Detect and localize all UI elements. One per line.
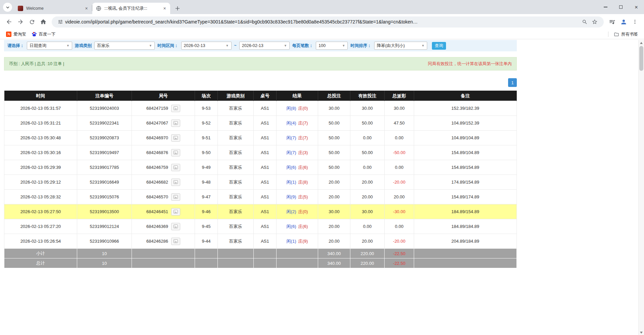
cell-game-type: 百家乐 [218, 234, 254, 249]
video-replay-button[interactable] [171, 119, 180, 127]
tab-close-icon[interactable]: × [84, 6, 89, 11]
total-count: 10 [77, 258, 132, 268]
video-replay-button[interactable] [171, 179, 180, 186]
all-bookmarks-button[interactable]: 所有书签 [611, 31, 641, 38]
col-header-valid-bet: 有效投注 [350, 91, 385, 101]
page-content: 请选择： 日期查询▼ 游戏类别 百家乐▼ 时间区间： 2026-02-13▼ ~… [0, 40, 644, 335]
sort-select[interactable]: 降幂(由大到小)▼ [374, 42, 427, 50]
col-header-session: 场次 [195, 91, 218, 101]
summary-bar: 币别 : 人民币 | 总共 :10 注单 | 同局有效投注，统一计算在该局第一张… [4, 57, 517, 70]
tab-betrecord[interactable]: :::视讯, 会员下注纪录::: × [92, 3, 170, 14]
banker-result: 庄(0) [298, 105, 308, 111]
back-button[interactable] [3, 16, 15, 28]
video-replay-button[interactable] [171, 149, 180, 156]
cell-session: 9-51 [195, 131, 218, 145]
browser-menu-button[interactable] [629, 16, 641, 28]
profile-avatar[interactable] [618, 16, 629, 28]
banker-result: 庄(5) [298, 194, 308, 200]
tab-search-button[interactable] [3, 3, 12, 12]
maximize-button[interactable] [613, 0, 629, 14]
date-to-input[interactable]: 2026-02-13▼ [239, 42, 290, 50]
banker-result: 庄(6) [298, 164, 308, 171]
player-result: 闲(6) [287, 224, 296, 230]
cell-session: 9-44 [195, 234, 218, 249]
video-replay-button[interactable] [171, 238, 180, 245]
cell-bet-id: 523199017785 [77, 160, 132, 175]
cell-result: 闲(7)庄(7) [277, 131, 318, 145]
chevron-down-icon: ▼ [342, 44, 345, 47]
bookmark-baidu[interactable]: 百度一下 [29, 31, 58, 38]
scrollbar-thumb[interactable] [639, 46, 643, 71]
bookmark-star-icon[interactable] [590, 19, 600, 25]
video-replay-icon [173, 165, 178, 170]
banker-result: 庄(9) [298, 238, 308, 244]
cell-valid-bet: 0.00 [350, 219, 385, 234]
page-size-select[interactable]: 100▼ [316, 42, 348, 50]
back-arrow-icon [6, 18, 12, 25]
table-body: 2026-02-13 05:31:57 523199024003 6842471… [4, 101, 517, 249]
col-header-result: 结果 [277, 91, 318, 101]
cell-round: 684246876 [132, 145, 195, 160]
cell-game-type: 百家乐 [218, 160, 254, 175]
video-replay-button[interactable] [171, 208, 180, 216]
address-bar[interactable]: videoie.com/ipl/portal.php/game/betrecor… [52, 16, 604, 28]
cell-game-type: 百家乐 [218, 190, 254, 204]
video-replay-button[interactable] [171, 193, 180, 201]
bookmark-taobao[interactable]: 淘 爱淘宝 [3, 31, 29, 38]
page-button-1[interactable]: 1 [508, 78, 517, 87]
cell-session: 9-50 [195, 145, 218, 160]
table-header-row: 时间 注单编号 局号 场次 游戏类别 桌号 结果 总投注 有效投注 总派彩 备注 [4, 91, 517, 101]
query-type-select[interactable]: 日期查询▼ [27, 42, 72, 50]
video-replay-icon [173, 195, 178, 199]
banker-result: 庄(0) [298, 209, 308, 215]
video-replay-button[interactable] [171, 164, 180, 171]
scroll-down-icon[interactable] [640, 332, 643, 334]
tab-close-icon[interactable]: × [162, 6, 167, 11]
query-type-value: 日期查询 [30, 43, 46, 49]
round-number: 684246286 [146, 239, 168, 244]
new-tab-button[interactable] [173, 4, 182, 13]
video-replay-button[interactable] [171, 223, 180, 230]
game-type-select[interactable]: 百家乐▼ [94, 42, 155, 50]
all-bookmarks-label: 所有书签 [621, 32, 638, 37]
banker-result: 庄(6) [298, 224, 308, 230]
video-replay-button[interactable] [171, 105, 180, 112]
cell-payout: 0.00 [385, 160, 414, 175]
cell-result: 闲(2)庄(0) [277, 204, 318, 219]
total-payout: -22.50 [385, 258, 414, 268]
search-button[interactable]: 查询 [432, 42, 446, 50]
cell-note: 104.89/152.39 [414, 116, 517, 131]
bookmark-label: 百度一下 [39, 32, 56, 37]
close-button[interactable]: × [629, 0, 644, 14]
cell-session: 9-45 [195, 219, 218, 234]
date-from-input[interactable]: 2026-02-13▼ [181, 42, 232, 50]
forward-button[interactable] [15, 16, 26, 28]
tab-welcome[interactable]: Welcome × [14, 3, 92, 14]
cell-total-bet: 30.00 [318, 204, 350, 219]
site-info-icon[interactable] [56, 19, 65, 25]
cell-valid-bet: 20.00 [350, 190, 385, 204]
refresh-button[interactable] [26, 16, 38, 28]
vertical-scrollbar[interactable] [638, 40, 644, 335]
cell-note: 104.89/104.89 [414, 131, 517, 145]
zoom-indicator-icon[interactable] [580, 19, 590, 25]
cell-table-no: AS1 [254, 160, 277, 175]
minimize-button[interactable] [598, 0, 613, 14]
home-button[interactable] [38, 16, 49, 28]
video-replay-button[interactable] [171, 134, 180, 142]
cell-total-bet: 30.00 [318, 101, 350, 116]
round-number: 684247159 [146, 106, 168, 111]
cell-valid-bet: 50.00 [350, 145, 385, 160]
table-row: 2026-02-13 05:28:32 523199015076 6842465… [4, 190, 517, 204]
page-size-value: 100 [318, 43, 326, 48]
cell-result: 闲(9)庄(5) [277, 190, 318, 204]
cell-bet-id: 523199020873 [77, 131, 132, 145]
cell-payout: -20.00 [385, 175, 414, 190]
cell-session: 9-49 [195, 160, 218, 175]
cell-bet-id: 523199016649 [77, 175, 132, 190]
media-controls-button[interactable] [606, 16, 618, 28]
scroll-up-icon[interactable] [640, 42, 643, 44]
cell-round: 684246451 [132, 204, 195, 219]
cell-result: 闲(7)庄(3) [277, 145, 318, 160]
url-text[interactable]: videoie.com/ipl/portal.php/game/betrecor… [65, 19, 580, 25]
